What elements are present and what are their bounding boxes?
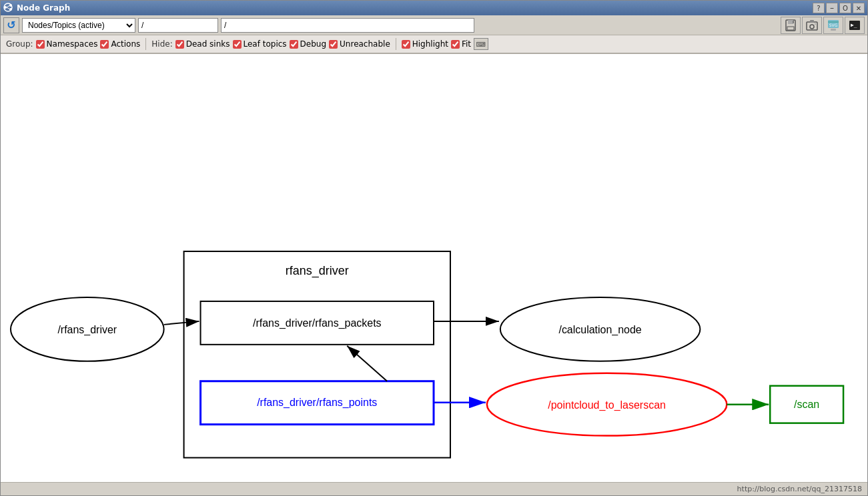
leaf-topics-label: Leaf topics [244, 39, 287, 49]
unreachable-checkbox[interactable] [329, 40, 338, 49]
debug-filter: Debug [290, 39, 326, 49]
unreachable-label: Unreachable [340, 39, 390, 49]
app-icon [3, 3, 14, 13]
rfans-driver-group-label: rfans_driver [286, 264, 349, 278]
status-bar: http://blog.csdn.net/qq_21317518 [1, 482, 867, 495]
svg-rect-9 [793, 21, 794, 23]
title-bar: Node Graph ? – O ✕ [1, 1, 867, 15]
dead-sinks-filter: Dead sinks [175, 39, 230, 49]
nodes-topics-dropdown[interactable]: Nodes/Topics (active) [22, 18, 135, 33]
rfans-driver-group [184, 251, 450, 458]
svg-point-12 [810, 25, 814, 29]
hide-label: Hide: [151, 39, 172, 49]
screenshot-button[interactable] [802, 17, 822, 34]
toolbar: ↺ Nodes/Topics (active) [1, 15, 867, 35]
svg-line-4 [7, 6, 9, 8]
svg-rect-17 [831, 29, 836, 31]
leaf-topics-checkbox[interactable] [233, 40, 242, 49]
fit-checkbox[interactable] [451, 40, 460, 49]
terminal-button[interactable]: ▶_ [845, 17, 865, 34]
svg-rect-11 [810, 20, 814, 23]
actions-checkbox[interactable] [100, 40, 109, 49]
namespaces-label: Namespaces [47, 39, 98, 49]
pointcloud-node-label: /pointcloud_to_laserscan [548, 399, 666, 411]
svg-point-2 [9, 4, 12, 7]
graph-svg: rfans_driver /rfans_driver/rfans_packets… [1, 54, 867, 482]
window-title: Node Graph [17, 3, 810, 13]
title-buttons: ? – O ✕ [813, 3, 865, 13]
maximize-button[interactable]: O [839, 3, 851, 13]
svg-text:▶_: ▶_ [851, 22, 857, 28]
save-button[interactable] [781, 17, 801, 34]
graph-area: rfans_driver /rfans_driver/rfans_packets… [1, 54, 867, 482]
rfans-driver-node-label: /rfans_driver [57, 324, 117, 336]
namespace-filter-input[interactable] [138, 18, 218, 33]
svg-point-3 [9, 8, 12, 11]
svg-point-1 [4, 6, 7, 9]
app-window: Node Graph ? – O ✕ ↺ Nodes/Topics (activ… [0, 0, 868, 496]
debug-checkbox[interactable] [290, 40, 298, 49]
keyboard-shortcut-icon[interactable]: ⌨ [474, 38, 488, 50]
svg-rect-7 [788, 20, 793, 24]
status-url: http://blog.csdn.net/qq_21317518 [737, 485, 862, 493]
leaf-topics-filter: Leaf topics [233, 39, 287, 49]
highlight-checkbox[interactable] [402, 40, 410, 49]
calculation-node-label: /calculation_node [558, 324, 641, 336]
fit-label: Fit [462, 39, 471, 49]
actions-filter: Actions [100, 39, 140, 49]
highlight-label: Highlight [412, 39, 448, 49]
toolbar-icons: SVG ▶_ [781, 17, 865, 34]
namespaces-checkbox[interactable] [36, 40, 45, 49]
dead-sinks-label: Dead sinks [186, 39, 230, 49]
svg-line-5 [7, 7, 9, 9]
namespaces-filter: Namespaces [36, 39, 98, 49]
actions-label: Actions [111, 39, 140, 49]
debug-label: Debug [300, 39, 326, 49]
svg-text:SVG: SVG [829, 23, 838, 27]
rfans-points-topic-label: /rfans_driver/rfans_points [257, 397, 377, 409]
export-button[interactable]: SVG [823, 17, 843, 34]
group-label: Group: [6, 39, 33, 49]
minimize-button[interactable]: – [826, 3, 838, 13]
highlight-filter: Highlight [402, 39, 448, 49]
close-button[interactable]: ✕ [853, 3, 865, 13]
dead-sinks-checkbox[interactable] [175, 40, 184, 49]
separator-2 [396, 38, 396, 50]
svg-rect-8 [787, 27, 794, 30]
separator-1 [145, 38, 146, 50]
rfans-packets-topic-label: /rfans_driver/rfans_packets [253, 317, 382, 329]
refresh-button[interactable]: ↺ [3, 17, 19, 33]
scan-topic-label: /scan [794, 399, 819, 410]
fit-filter: Fit [451, 39, 471, 49]
svg-rect-13 [815, 23, 816, 25]
help-button[interactable]: ? [813, 3, 825, 13]
topic-filter-input[interactable] [221, 18, 474, 33]
unreachable-filter: Unreachable [329, 39, 390, 49]
filter-bar: Group: Namespaces Actions Hide: Dead sin… [1, 35, 867, 54]
